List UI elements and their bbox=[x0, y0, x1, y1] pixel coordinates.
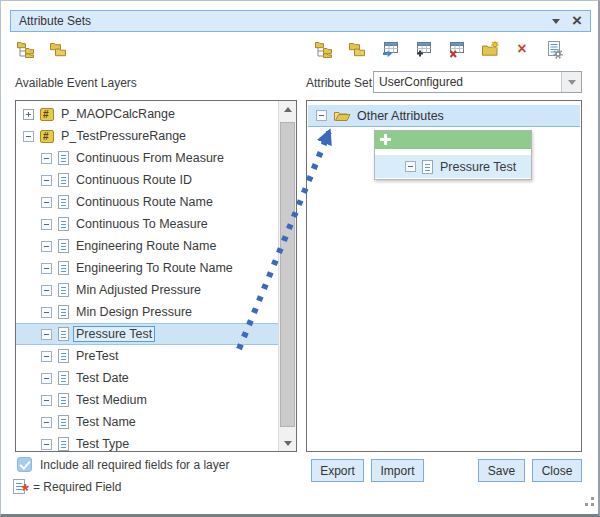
tree-item-field[interactable]: Test Name bbox=[16, 411, 279, 433]
tree-item-label: Min Adjusted Pressure bbox=[76, 283, 201, 297]
collapse-icon[interactable] bbox=[41, 241, 52, 252]
tree-item-label: P_MAOPCalcRange bbox=[61, 107, 175, 121]
tree-item-field[interactable]: Continuous Route ID bbox=[16, 169, 279, 191]
table-x-icon bbox=[448, 41, 466, 58]
folder-tree-icon bbox=[16, 40, 37, 58]
field-document-icon bbox=[58, 437, 69, 451]
tree-item-label: Continuous Route Name bbox=[76, 195, 213, 209]
collapse-icon[interactable] bbox=[41, 153, 52, 164]
tree-item-field[interactable]: PreTest bbox=[16, 345, 279, 367]
drag-ghost: Pressure Test bbox=[374, 130, 532, 180]
collapse-icon bbox=[405, 161, 416, 172]
tree-item-label: Test Medium bbox=[76, 393, 147, 407]
tree-item-label: Min Design Pressure bbox=[76, 305, 192, 319]
tree-item-field[interactable]: Min Design Pressure bbox=[16, 301, 279, 323]
collapse-icon[interactable] bbox=[41, 351, 52, 362]
attribute-set-dropdown[interactable]: UserConfigured bbox=[373, 71, 582, 93]
drag-ghost-label: Pressure Test bbox=[440, 160, 516, 174]
tree-item-field[interactable]: Continuous From Measure bbox=[16, 147, 279, 169]
field-document-icon bbox=[58, 327, 69, 341]
tree-item-layer[interactable]: P_MAOPCalcRange bbox=[16, 103, 279, 125]
collapse-icon[interactable] bbox=[41, 175, 52, 186]
expand-attribute-tree-button[interactable] bbox=[312, 39, 336, 59]
collapse-icon[interactable] bbox=[41, 439, 52, 450]
new-attribute-set-button[interactable] bbox=[478, 39, 502, 59]
attribute-sets-dialog: Attribute Sets × bbox=[0, 0, 600, 517]
tree-item-label: Engineering Route Name bbox=[76, 239, 216, 253]
titlebar[interactable]: Attribute Sets × bbox=[10, 10, 591, 32]
delete-button[interactable]: × bbox=[510, 39, 534, 59]
apply-table-button[interactable] bbox=[379, 39, 403, 59]
open-attribute-set-button[interactable] bbox=[345, 39, 369, 59]
import-button[interactable]: Import bbox=[371, 459, 424, 482]
expand-icon[interactable] bbox=[23, 109, 34, 120]
folder-tree-icon bbox=[314, 40, 335, 58]
table-plus-icon bbox=[415, 41, 433, 58]
include-required-fields-option[interactable]: Include all required fields for a layer bbox=[17, 457, 229, 472]
scrollbar-thumb[interactable] bbox=[280, 122, 295, 427]
vertical-scrollbar[interactable] bbox=[278, 101, 296, 451]
field-document-icon bbox=[58, 173, 69, 187]
tree-item-field[interactable]: Engineering Route Name bbox=[16, 235, 279, 257]
checkbox-checked-icon[interactable] bbox=[17, 457, 32, 472]
save-button[interactable]: Save bbox=[478, 459, 525, 482]
collapse-icon[interactable] bbox=[41, 373, 52, 384]
collapse-icon[interactable] bbox=[41, 263, 52, 274]
collapse-icon[interactable] bbox=[41, 197, 52, 208]
close-icon[interactable]: × bbox=[572, 14, 582, 28]
scroll-down-button[interactable] bbox=[279, 435, 296, 451]
include-required-fields-label: Include all required fields for a layer bbox=[40, 458, 229, 472]
tree-item-field[interactable]: Test Medium bbox=[16, 389, 279, 411]
collapse-icon[interactable] bbox=[41, 417, 52, 428]
field-document-icon bbox=[58, 371, 69, 385]
collapse-icon[interactable] bbox=[41, 219, 52, 230]
properties-button[interactable] bbox=[542, 39, 566, 59]
dropdown-arrow-button[interactable] bbox=[561, 72, 581, 92]
other-attributes-row[interactable]: Other Attributes bbox=[308, 105, 580, 127]
triangle-up-icon bbox=[284, 107, 292, 112]
field-document-icon bbox=[58, 151, 69, 165]
tree-item-field[interactable]: Min Adjusted Pressure bbox=[16, 279, 279, 301]
tree-item-field[interactable]: Continuous Route Name bbox=[16, 191, 279, 213]
collapse-icon[interactable] bbox=[41, 307, 52, 318]
tree-item-field[interactable]: Test Date bbox=[16, 367, 279, 389]
available-event-layers-heading: Available Event Layers bbox=[15, 76, 137, 90]
tree-item-layer[interactable]: P_TestPressureRange bbox=[16, 125, 279, 147]
tree-item-field-selected[interactable]: Pressure Test bbox=[16, 323, 279, 345]
remove-table-button[interactable] bbox=[445, 39, 469, 59]
event-layer-icon bbox=[40, 130, 54, 143]
caret-down-icon[interactable] bbox=[552, 19, 560, 24]
plus-icon bbox=[384, 134, 387, 145]
resize-grip[interactable] bbox=[581, 496, 595, 510]
tree-item-field[interactable]: Continuous To Measure bbox=[16, 213, 279, 235]
delete-x-icon: × bbox=[517, 42, 526, 56]
tree-item-field[interactable]: Engineering To Route Name bbox=[16, 257, 279, 279]
field-document-icon bbox=[58, 239, 69, 253]
tree-item-label: P_TestPressureRange bbox=[61, 129, 186, 143]
collapse-icon[interactable] bbox=[41, 329, 52, 340]
triangle-down-icon bbox=[284, 441, 292, 446]
open-folder-icon bbox=[333, 109, 351, 122]
attribute-set-label: Attribute Set: bbox=[306, 76, 375, 90]
tree-item-label: Test Name bbox=[76, 415, 136, 429]
expand-event-layers-button[interactable] bbox=[14, 39, 38, 59]
collapse-icon[interactable] bbox=[23, 131, 34, 142]
field-document-icon bbox=[58, 393, 69, 407]
tree-item-label: Pressure Test bbox=[73, 326, 155, 342]
tree-item-label: Engineering To Route Name bbox=[76, 261, 233, 275]
attribute-set-value: UserConfigured bbox=[374, 75, 561, 89]
export-button[interactable]: Export bbox=[311, 459, 364, 482]
add-table-button[interactable] bbox=[412, 39, 436, 59]
collapse-icon[interactable] bbox=[41, 285, 52, 296]
tree-item-label: Continuous From Measure bbox=[76, 151, 224, 165]
close-button[interactable]: Close bbox=[532, 459, 582, 482]
collapse-icon[interactable] bbox=[316, 110, 327, 121]
scroll-up-button[interactable] bbox=[279, 101, 296, 117]
open-event-layers-button[interactable] bbox=[46, 39, 70, 59]
document-gear-icon bbox=[546, 40, 563, 59]
field-document-icon bbox=[58, 283, 69, 297]
tree-item-label: Test Date bbox=[76, 371, 129, 385]
tree-item-field[interactable]: Test Type bbox=[16, 433, 279, 451]
drag-ghost-item: Pressure Test bbox=[375, 155, 531, 178]
collapse-icon[interactable] bbox=[41, 395, 52, 406]
